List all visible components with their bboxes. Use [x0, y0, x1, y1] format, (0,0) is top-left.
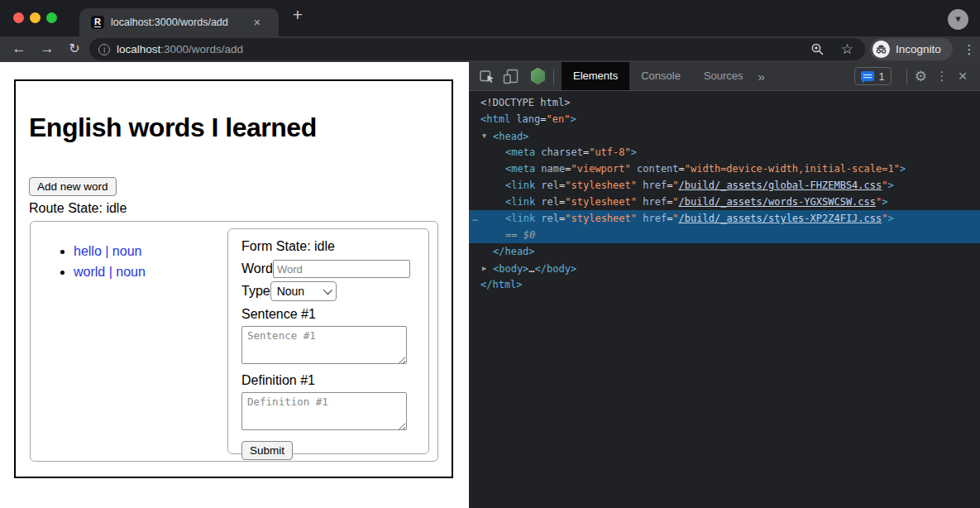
route-state-text: Route State: idle	[29, 201, 127, 216]
window-minimize-button[interactable]	[30, 12, 41, 23]
elements-dom-tree: <!DOCTYPE html><html lang="en">▼<head><m…	[469, 92, 980, 293]
page-info-icon[interactable]: i	[98, 44, 110, 55]
new-tab-button[interactable]: +	[288, 5, 308, 25]
issues-bubble-icon	[861, 71, 874, 81]
remix-favicon-icon: R	[91, 16, 104, 29]
toolbar-divider	[553, 69, 554, 84]
app-container: English words I learned Add new word Rou…	[14, 79, 453, 478]
word-input[interactable]	[273, 260, 410, 278]
devtools-menu-icon[interactable]: ⋮	[935, 69, 949, 84]
definition-label: Definition #1	[241, 373, 415, 388]
tab-console[interactable]: Console	[629, 62, 692, 90]
stylesheet-link[interactable]: /build/_assets/styles-XP2Z4FIJ.css	[679, 213, 882, 224]
dom-tree-line[interactable]: <html lang="en">	[469, 111, 980, 127]
tab-close-icon[interactable]: ×	[250, 15, 265, 30]
browser-menu-icon[interactable]: ⋮	[961, 40, 978, 60]
address-url[interactable]: localhost:3000/words/add	[117, 43, 243, 55]
dom-tree-line[interactable]: <link rel="stylesheet" href="/build/_ass…	[469, 177, 980, 194]
bookmark-star-icon[interactable]: ☆	[841, 42, 853, 56]
dom-tree-line[interactable]: <link rel="stylesheet" href="/build/_ass…	[469, 194, 980, 210]
type-label: Type	[241, 284, 270, 299]
issues-count: 1	[879, 70, 885, 83]
dom-tree-line[interactable]: ▶<body>…</body>	[469, 260, 980, 276]
stylesheet-link[interactable]: /build/_assets/words-YGXSWCSW.css	[679, 196, 876, 208]
issues-counter[interactable]: 1	[854, 67, 892, 85]
stylesheet-link[interactable]: /build/_assets/global-FHZEMBS4.css	[679, 180, 882, 191]
url-path: :3000/words/add	[160, 43, 243, 55]
url-host: localhost	[117, 43, 160, 55]
dom-tree-line[interactable]: <meta charset="utf-8">	[469, 144, 980, 161]
device-toolbar-icon[interactable]	[503, 68, 519, 84]
settings-gear-icon[interactable]: ⚙	[915, 68, 927, 85]
incognito-label: Incognito	[896, 43, 941, 55]
dom-tree-line[interactable]: </head>	[469, 243, 980, 260]
page-title: English words I learned	[29, 113, 317, 143]
chevron-down-icon	[323, 285, 332, 295]
window-close-button[interactable]	[13, 12, 24, 23]
dom-tree-line[interactable]: == $0	[469, 227, 980, 243]
tab-search-button[interactable]: ▾	[948, 9, 968, 30]
dom-tree-line[interactable]: ▼<head>	[469, 127, 980, 144]
devtools-panel: Elements Console Sources » 1 ⚙ ⋮ × <!DOC…	[469, 62, 980, 508]
more-actions-icon[interactable]: …	[472, 210, 478, 227]
back-icon[interactable]: ←	[8, 38, 30, 60]
extension-hexagon-icon[interactable]	[530, 68, 546, 85]
dom-tree-line[interactable]: …<link rel="stylesheet" href="/build/_as…	[469, 210, 980, 227]
dom-tree-line[interactable]: <!DOCTYPE html>	[469, 94, 980, 111]
sentence-textarea[interactable]	[241, 326, 407, 364]
collapse-arrow-icon[interactable]: ▼	[482, 127, 493, 144]
toolbar-divider	[906, 69, 907, 84]
expand-arrow-icon[interactable]: ▶	[482, 260, 493, 276]
submit-button[interactable]: Submit	[241, 441, 293, 460]
type-select-value: Noun	[277, 285, 304, 298]
window-zoom-button[interactable]	[46, 12, 57, 23]
web-page: English words I learned Add new word Rou…	[0, 62, 469, 508]
browser-tab[interactable]: R localhost:3000/words/add ×	[79, 8, 279, 36]
add-new-word-button[interactable]: Add new word	[29, 177, 117, 196]
word-link-world[interactable]: world | noun	[74, 265, 146, 279]
zoom-page-icon[interactable]	[810, 42, 825, 56]
title-bar: R localhost:3000/words/add × + ▾	[0, 0, 980, 36]
incognito-badge: Incognito	[870, 38, 953, 60]
address-bar[interactable]: i localhost:3000/words/add ☆	[89, 38, 865, 60]
add-word-form: Form State: idle Word Type Noun Sentence…	[227, 228, 429, 454]
devtools-close-icon[interactable]: ×	[955, 68, 970, 84]
word-link-hello[interactable]: hello | noun	[74, 244, 141, 258]
tab-title: localhost:3000/words/add	[111, 17, 228, 28]
forward-icon[interactable]: →	[36, 38, 58, 60]
tab-sources[interactable]: Sources	[692, 62, 755, 90]
incognito-icon	[872, 41, 890, 58]
devtools-toolbar: Elements Console Sources » 1 ⚙ ⋮ ×	[469, 62, 980, 91]
browser-window: R localhost:3000/words/add × + ▾ ← → ↻ i…	[0, 0, 980, 508]
browser-toolbar: ← → ↻ i localhost:3000/words/add ☆ Incog…	[0, 36, 980, 62]
type-select[interactable]: Noun	[270, 281, 337, 301]
word-label: Word	[241, 261, 273, 276]
tab-elements[interactable]: Elements	[562, 62, 629, 90]
more-tabs-icon[interactable]: »	[758, 69, 765, 84]
inspect-element-icon[interactable]	[479, 68, 495, 84]
sentence-label: Sentence #1	[241, 307, 415, 322]
reload-icon[interactable]: ↻	[64, 38, 85, 60]
dom-tree-line[interactable]: </html>	[469, 276, 980, 293]
form-state-text: Form State: idle	[241, 239, 415, 254]
definition-textarea[interactable]	[241, 392, 407, 430]
words-panel: hello | noun world | noun Form State: id…	[30, 221, 438, 462]
dom-tree-line[interactable]: <meta name="viewport" content="width=dev…	[469, 161, 980, 177]
